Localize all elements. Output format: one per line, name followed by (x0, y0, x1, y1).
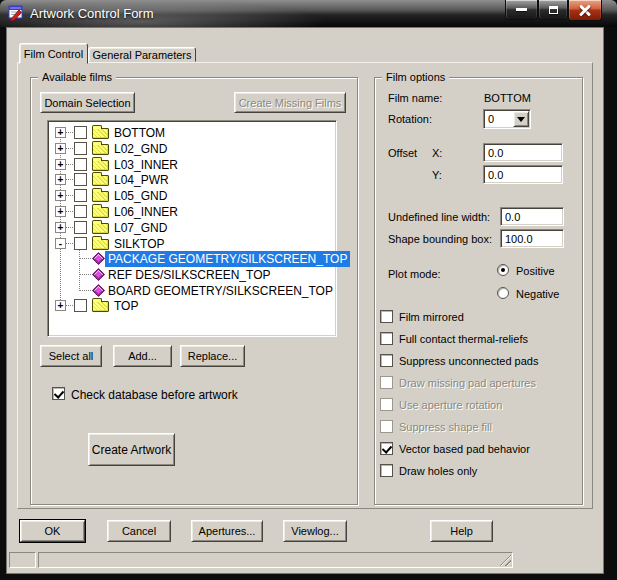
chevron-down-icon (517, 117, 525, 126)
offset-x-label: X: (432, 147, 442, 159)
plot-mode-positive-label[interactable]: Positive (516, 265, 555, 277)
tab-general-parameters[interactable]: General Parameters (88, 47, 196, 62)
tree-item-package-geometry[interactable]: PACKAGE GEOMETRY/SILKSCREEN_TOP (50, 251, 333, 267)
tree-checkbox[interactable] (74, 126, 87, 139)
minimize-icon (516, 8, 527, 11)
tree-item-label[interactable]: BOTTOM (111, 125, 168, 141)
apertures-button[interactable]: Apertures... (191, 520, 263, 542)
tree-item-label[interactable]: BOARD GEOMETRY/SILKSCREEN_TOP (105, 283, 336, 299)
folder-icon (92, 160, 109, 171)
dropdown-button[interactable] (513, 111, 529, 127)
draw-holes-only-checkbox[interactable] (380, 464, 393, 477)
create-artwork-button[interactable]: Create Artwork (88, 433, 175, 466)
plot-mode-negative-label[interactable]: Negative (516, 288, 559, 300)
tree-connector (80, 258, 92, 259)
check-database-checkbox[interactable] (52, 387, 65, 400)
expand-icon[interactable]: + (55, 159, 66, 170)
tree-item-l06-inner[interactable]: + L06_INNER (50, 204, 333, 220)
tree-item-label[interactable]: L07_GND (111, 220, 170, 236)
tree-checkbox[interactable] (74, 142, 87, 155)
tree-connector (66, 195, 74, 196)
folder-icon (92, 301, 109, 312)
resize-grip-icon[interactable] (498, 553, 511, 566)
expand-icon[interactable]: + (55, 127, 66, 138)
film-mirrored-label[interactable]: Film mirrored (399, 311, 464, 323)
tree-checkbox[interactable] (74, 173, 87, 186)
expand-icon[interactable]: + (55, 143, 66, 154)
offset-label: Offset (388, 147, 417, 159)
expand-icon[interactable]: + (55, 300, 66, 311)
plot-mode-positive-radio[interactable] (497, 264, 509, 276)
tree-item-l03-inner[interactable]: + L03_INNER (50, 157, 333, 173)
tree-checkbox[interactable] (74, 299, 87, 312)
viewlog-button[interactable]: Viewlog... (283, 520, 347, 542)
tree-item-l02-gnd[interactable]: + L02_GND (50, 141, 333, 157)
suppress-unconnected-pads-label[interactable]: Suppress unconnected pads (399, 355, 538, 367)
tab-label: General Parameters (92, 49, 191, 61)
tree-item-label-selected[interactable]: PACKAGE GEOMETRY/SILKSCREEN_TOP (105, 251, 350, 267)
folder-icon (92, 128, 109, 139)
film-mirrored-checkbox[interactable] (380, 310, 393, 323)
expand-icon[interactable]: + (55, 222, 66, 233)
tree-checkbox[interactable] (74, 205, 87, 218)
tree-item-l05-gnd[interactable]: + L05_GND (50, 188, 333, 204)
tree-item-label[interactable]: L05_GND (111, 188, 170, 204)
tree-item-label[interactable]: REF DES/SILKSCREEN_TOP (105, 267, 274, 283)
full-contact-thermal-reliefs-checkbox[interactable] (380, 332, 393, 345)
tree-item-top[interactable]: + TOP (50, 298, 333, 314)
tree-checkbox[interactable] (74, 237, 87, 250)
vector-based-pad-behavior-checkbox[interactable] (380, 442, 393, 455)
folder-icon (92, 223, 109, 234)
offset-y-input[interactable] (483, 165, 563, 184)
tree-item-l07-gnd[interactable]: + L07_GND (50, 220, 333, 236)
select-all-button[interactable]: Select all (40, 345, 102, 367)
ok-button[interactable]: OK (20, 520, 85, 542)
shape-bounding-box-input[interactable] (500, 229, 564, 248)
tree-item-label[interactable]: L06_INNER (111, 204, 181, 220)
close-button[interactable] (568, 0, 602, 21)
domain-selection-button[interactable]: Domain Selection (40, 92, 135, 113)
offset-x-input[interactable] (483, 143, 563, 162)
tree-checkbox[interactable] (74, 189, 87, 202)
plot-mode-negative-radio[interactable] (497, 287, 509, 299)
minimize-button[interactable] (505, 0, 538, 20)
collapse-icon[interactable]: - (55, 238, 66, 249)
film-name-label: Film name: (388, 92, 442, 104)
undefined-line-width-input[interactable] (500, 207, 564, 226)
tree-item-label[interactable]: L04_PWR (111, 172, 172, 188)
draw-holes-only-label[interactable]: Draw holes only (399, 465, 477, 477)
help-button[interactable]: Help (430, 520, 493, 542)
replace-button[interactable]: Replace... (180, 345, 245, 367)
tree-item-bottom[interactable]: + BOTTOM (50, 125, 333, 141)
rotation-label: Rotation: (388, 113, 432, 125)
tree-connector (66, 211, 74, 212)
tree-item-label[interactable]: SILKTOP (111, 236, 167, 252)
tree-item-label[interactable]: L02_GND (111, 141, 170, 157)
title-bar[interactable]: Artwork Control Form (0, 0, 617, 27)
expand-icon[interactable]: + (55, 174, 66, 185)
tab-film-control[interactable]: Film Control (19, 43, 88, 64)
rotation-dropdown[interactable]: 0 (483, 109, 531, 129)
tree-checkbox[interactable] (74, 158, 87, 171)
suppress-unconnected-pads-checkbox[interactable] (380, 354, 393, 367)
maximize-button[interactable] (538, 0, 568, 20)
group-caption: Available films (38, 71, 116, 83)
check-database-label[interactable]: Check database before artwork (71, 388, 238, 402)
tree-item-label[interactable]: TOP (111, 298, 141, 314)
cancel-button[interactable]: Cancel (107, 520, 171, 542)
full-contact-thermal-reliefs-label[interactable]: Full contact thermal-reliefs (399, 333, 528, 345)
tree-item-l04-pwr[interactable]: + L04_PWR (50, 172, 333, 188)
add-button[interactable]: Add... (113, 345, 172, 367)
maximize-icon (549, 6, 558, 14)
tree-item-board-geometry[interactable]: BOARD GEOMETRY/SILKSCREEN_TOP (50, 283, 333, 299)
tree-connector (66, 164, 74, 165)
expand-icon[interactable]: + (55, 206, 66, 217)
tree-item-ref-des[interactable]: REF DES/SILKSCREEN_TOP (50, 267, 333, 283)
tree-item-silktop[interactable]: - SILKTOP (50, 236, 333, 252)
folder-icon (92, 175, 109, 186)
use-aperture-rotation-checkbox (380, 398, 393, 411)
vector-based-pad-behavior-label[interactable]: Vector based pad behavior (399, 443, 530, 455)
tree-item-label[interactable]: L03_INNER (111, 157, 181, 173)
expand-icon[interactable]: + (55, 190, 66, 201)
tree-checkbox[interactable] (74, 221, 87, 234)
